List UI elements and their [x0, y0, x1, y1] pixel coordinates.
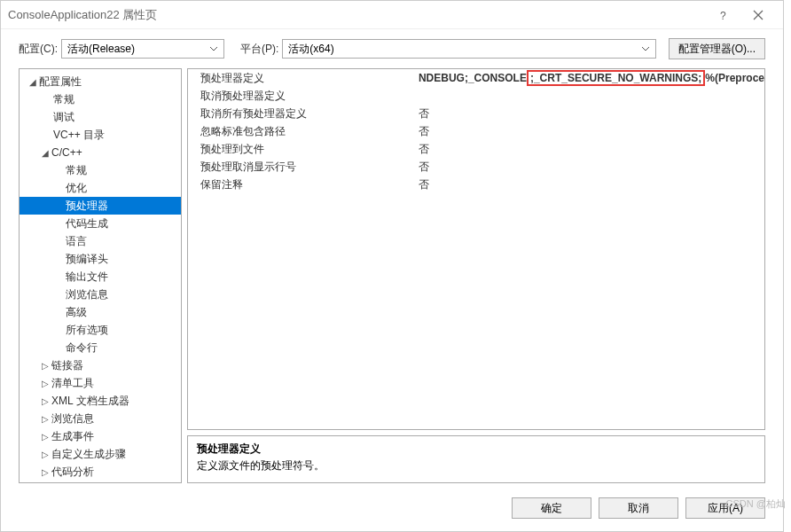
platform-combo[interactable]: 活动(x64): [282, 39, 655, 59]
tree-ccpp-codegen[interactable]: 代码生成: [20, 215, 181, 232]
grid-row-preproc-defs[interactable]: 预处理器定义 NDEBUG;_CONSOLE;_CRT_SECURE_NO_WA…: [188, 69, 764, 87]
tree-ccpp-preprocessor[interactable]: 预处理器: [20, 197, 181, 215]
config-toolbar: 配置(C): 活动(Release) 平台(P): 活动(x64) 配置管理器(…: [1, 29, 783, 68]
collapse-icon: ▷: [39, 414, 51, 424]
grid-value[interactable]: 否: [415, 106, 764, 121]
platform-label: 平台(P):: [240, 42, 278, 57]
cancel-button[interactable]: 取消: [599, 497, 678, 519]
grid-label: 忽略标准包含路径: [188, 124, 415, 139]
tree-custombuild[interactable]: ▷自定义生成步骤: [20, 445, 181, 463]
expand-icon: ◢: [27, 77, 39, 87]
collapse-icon: ▷: [39, 450, 51, 459]
window-title: ConsoleApplication22 属性页: [8, 7, 705, 23]
config-manager-button[interactable]: 配置管理器(O)...: [669, 38, 765, 59]
tree-ccpp-output[interactable]: 输出文件: [20, 268, 181, 286]
close-button[interactable]: [740, 3, 776, 27]
platform-value: 活动(x64): [288, 42, 333, 57]
tree-vcdirs[interactable]: VC++ 目录: [20, 126, 181, 144]
tree-ccpp-allopts[interactable]: 所有选项: [20, 321, 181, 339]
grid-label: 保留注释: [188, 177, 415, 192]
tree-browseinfo[interactable]: ▷浏览信息: [20, 410, 181, 427]
chevron-down-icon: [641, 46, 650, 51]
description-panel: 预处理器定义 定义源文件的预处理符号。: [187, 435, 765, 483]
collapse-icon: ▷: [39, 467, 51, 477]
grid-value[interactable]: 否: [415, 177, 764, 192]
expand-icon: ◢: [39, 148, 51, 158]
right-panel: 预处理器定义 NDEBUG;_CONSOLE;_CRT_SECURE_NO_WA…: [187, 68, 765, 483]
property-tree[interactable]: ◢配置属性 常规 调试 VC++ 目录 ◢C/C++ 常规 优化 预处理器 代码…: [20, 69, 181, 482]
grid-row-keep-comments[interactable]: 保留注释否: [188, 176, 764, 193]
grid-row-undef-all[interactable]: 取消所有预处理器定义否: [188, 105, 764, 122]
tree-panel: ◢配置属性 常规 调试 VC++ 目录 ◢C/C++ 常规 优化 预处理器 代码…: [19, 68, 182, 483]
collapse-icon: ▷: [39, 396, 51, 406]
collapse-icon: ▷: [39, 432, 51, 442]
tree-manifest[interactable]: ▷清单工具: [20, 374, 181, 392]
tree-root[interactable]: ◢配置属性: [20, 73, 181, 90]
property-pages-dialog: ConsoleApplication22 属性页 ? 配置(C): 活动(Rel…: [0, 0, 784, 532]
property-grid: 预处理器定义 NDEBUG;_CONSOLE;_CRT_SECURE_NO_WA…: [187, 68, 765, 430]
collapse-icon: ▷: [39, 379, 51, 388]
svg-text:?: ?: [720, 10, 726, 21]
grid-row-preproc-file[interactable]: 预处理到文件否: [188, 140, 764, 158]
collapse-icon: ▷: [39, 361, 51, 371]
config-manager-label: 配置管理器(O)...: [678, 42, 756, 57]
config-value: 活动(Release): [67, 42, 135, 57]
description-body: 定义源文件的预处理符号。: [197, 458, 756, 473]
chevron-down-icon: [209, 46, 218, 51]
grid-label: 预处理取消显示行号: [188, 160, 415, 175]
tree-debug[interactable]: 调试: [20, 108, 181, 126]
tree-ccpp-general[interactable]: 常规: [20, 161, 181, 179]
main-area: ◢配置属性 常规 调试 VC++ 目录 ◢C/C++ 常规 优化 预处理器 代码…: [1, 68, 783, 490]
grid-value[interactable]: 否: [415, 142, 764, 157]
grid-value[interactable]: NDEBUG;_CONSOLE;_CRT_SECURE_NO_WARNINGS;…: [415, 70, 764, 86]
grid-row-ignore-std[interactable]: 忽略标准包含路径否: [188, 122, 764, 140]
help-button[interactable]: ?: [705, 3, 740, 27]
grid-value[interactable]: 否: [415, 124, 764, 139]
tree-ccpp-advanced[interactable]: 高级: [20, 303, 181, 321]
description-title: 预处理器定义: [197, 442, 756, 457]
tree-ccpp-pch[interactable]: 预编译头: [20, 250, 181, 268]
tree-codeanalysis[interactable]: ▷代码分析: [20, 463, 181, 481]
grid-label: 取消所有预处理器定义: [188, 106, 415, 121]
grid-label: 预处理器定义: [188, 71, 415, 86]
grid-label: 预处理到文件: [188, 142, 415, 157]
grid-label: 取消预处理器定义: [188, 89, 415, 104]
config-label: 配置(C):: [19, 42, 58, 57]
tree-ccpp-browse[interactable]: 浏览信息: [20, 286, 181, 303]
tree-xmldoc[interactable]: ▷XML 文档生成器: [20, 392, 181, 410]
titlebar: ConsoleApplication22 属性页 ?: [1, 1, 783, 29]
tree-buildevents[interactable]: ▷生成事件: [20, 427, 181, 445]
grid-row-suppress-line[interactable]: 预处理取消显示行号否: [188, 158, 764, 176]
highlight-annotation: ;_CRT_SECURE_NO_WARNINGS;: [527, 70, 705, 86]
grid-value[interactable]: 否: [415, 160, 764, 175]
apply-button[interactable]: 应用(A): [685, 497, 765, 519]
tree-ccpp[interactable]: ◢C/C++: [20, 144, 181, 161]
dialog-footer: 确定 取消 应用(A): [1, 490, 783, 531]
config-combo[interactable]: 活动(Release): [61, 39, 224, 59]
tree-ccpp-cmdline[interactable]: 命令行: [20, 339, 181, 356]
tree-general[interactable]: 常规: [20, 90, 181, 108]
ok-button[interactable]: 确定: [512, 497, 591, 519]
tree-ccpp-optimize[interactable]: 优化: [20, 179, 181, 197]
grid-row-undef[interactable]: 取消预处理器定义: [188, 87, 764, 105]
tree-ccpp-language[interactable]: 语言: [20, 232, 181, 250]
tree-linker[interactable]: ▷链接器: [20, 356, 181, 374]
